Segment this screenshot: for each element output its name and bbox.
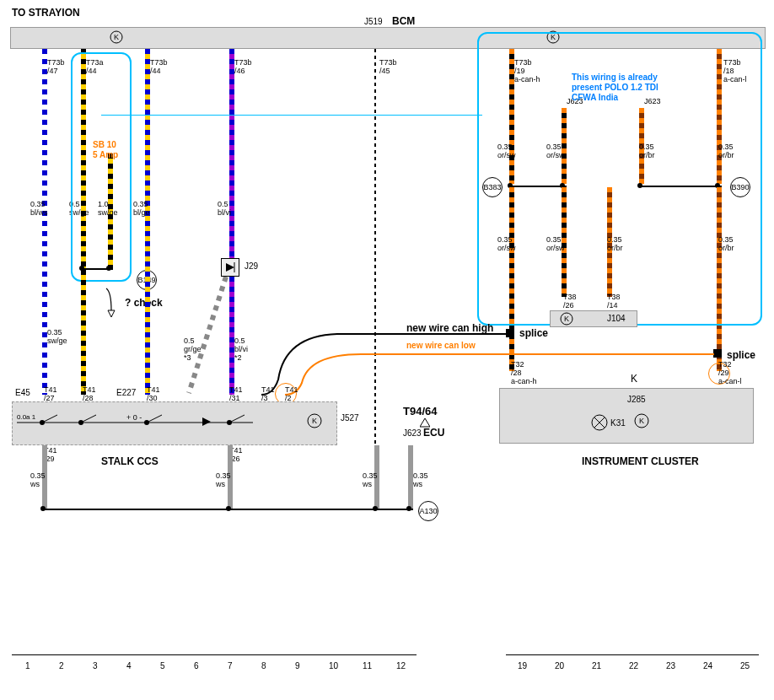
- pin-t32-29: T32/29a-can-l: [718, 361, 742, 386]
- wire-sw-ge-035: [81, 270, 86, 395]
- r6: 6: [194, 661, 199, 670]
- r10: 10: [329, 661, 338, 670]
- pin-t41-3: T41/3: [261, 386, 275, 403]
- wire-label-bl-vi: 0.5bl/vi: [218, 201, 231, 218]
- wire-label-bl-ge: 0.35bl/ge: [133, 201, 150, 218]
- r23: 23: [666, 661, 675, 670]
- r25: 25: [740, 661, 750, 670]
- wire-bl-vi-2: [229, 277, 234, 395]
- wl-ws-2: 0.35ws: [216, 472, 231, 489]
- wire-bl-ge: [145, 49, 150, 395]
- r1: 1: [25, 661, 30, 670]
- ecu-code: J623: [403, 428, 422, 438]
- r9: 9: [295, 661, 300, 670]
- svg-text:K: K: [564, 315, 569, 323]
- r3: 3: [93, 661, 98, 670]
- pin-t73b-45: T73b/45: [379, 59, 397, 76]
- j527: J527: [341, 413, 359, 423]
- r4: 4: [126, 661, 132, 670]
- svg-text:K: K: [114, 33, 119, 41]
- a130: A130: [418, 501, 438, 521]
- wire-bl-vi: [229, 49, 234, 258]
- wl-ws-4: 0.35ws: [413, 472, 428, 489]
- e227: E227: [116, 388, 136, 397]
- lamp-k31-icon: [590, 413, 609, 432]
- pin-t41-31: T41/31: [229, 386, 243, 403]
- e45: E45: [15, 388, 30, 397]
- svg-line-27: [229, 415, 245, 423]
- r24: 24: [703, 661, 712, 670]
- r8: 8: [261, 661, 266, 670]
- k-symbol-j104: K: [560, 312, 573, 326]
- check-note: ? check: [125, 297, 163, 309]
- r20: 20: [555, 661, 564, 670]
- wl-ws-1: 0.35ws: [30, 472, 46, 489]
- r7: 7: [228, 661, 233, 670]
- pin-t73b-47: T73b/47: [47, 59, 65, 76]
- wire-label-sw-ge-035: 0.35sw/ge: [47, 329, 67, 346]
- wl-ws-3: 0.35ws: [363, 472, 378, 489]
- k-symbol-cluster: K: [634, 413, 649, 428]
- svg-line-19: [42, 415, 57, 423]
- k-symbol-1: K: [110, 30, 123, 44]
- svg-text:K: K: [312, 417, 317, 425]
- k31: K31: [610, 418, 626, 428]
- pin-t38-14: T38/14: [607, 293, 621, 310]
- to-strayion: TO STRAYION: [12, 7, 80, 19]
- pin-t38-26: T38/26: [563, 293, 577, 310]
- stalk-switches: + 0 -: [17, 412, 253, 433]
- instrument-cluster: [499, 388, 754, 444]
- svg-marker-5: [226, 263, 234, 272]
- splice-label-1: splice: [519, 327, 548, 339]
- svg-marker-4: [108, 310, 115, 317]
- r21: 21: [592, 661, 601, 670]
- wire-label-bl-vi-2: 0.5bl/vi*2: [234, 337, 248, 363]
- ruler-line-left: [12, 654, 417, 655]
- svg-text:K: K: [639, 417, 644, 425]
- wire-label-bl-ws: 0.35bl/ws: [30, 201, 48, 218]
- cyan-hint-line: [101, 115, 482, 116]
- pin-t41-2: T41/2: [285, 386, 298, 403]
- k-symbol-stalk: K: [307, 413, 322, 428]
- arrow-check-icon: [99, 287, 125, 320]
- bcm-code: J519: [364, 17, 383, 26]
- highlight-already-present: [477, 32, 762, 326]
- svg-line-7: [189, 277, 226, 393]
- k-big: K: [631, 373, 637, 385]
- cluster-label: INSTRUMENT CLUSTER: [582, 455, 699, 467]
- wire-label-gr-ge: 0.5gr/ge*3: [184, 337, 202, 363]
- r22: 22: [629, 661, 638, 670]
- j285: J285: [627, 395, 646, 404]
- r12: 12: [396, 661, 406, 670]
- ruler-line-right: [506, 654, 759, 655]
- svg-line-24: [147, 415, 162, 423]
- r2: 2: [59, 661, 64, 670]
- pin-t32-28: T32/28a-can-h: [511, 361, 537, 386]
- j29-label: J29: [245, 261, 258, 271]
- pin-t41-28: T41/28: [83, 386, 96, 403]
- pin-t41-30: T41/30: [147, 386, 160, 403]
- stalk-label: STALK CCS: [101, 455, 159, 467]
- svg-marker-25: [202, 417, 211, 426]
- highlight-fuse: [71, 52, 132, 282]
- r11: 11: [363, 661, 372, 670]
- pin-t73b-44: T73b/44: [150, 59, 168, 76]
- pin-t73b-46: T73b/46: [234, 59, 252, 76]
- diode-j29: [221, 258, 239, 277]
- j104-label: J104: [607, 314, 626, 323]
- r5: 5: [160, 661, 165, 670]
- svg-line-21: [81, 415, 96, 423]
- splice-label-2: splice: [727, 349, 755, 361]
- hidden-wire-45: [374, 49, 376, 509]
- r19: 19: [518, 661, 527, 670]
- stalk-00a: 0.0a 1: [17, 413, 35, 421]
- pin-t41-27: T41/27: [44, 386, 57, 403]
- ecu-pin: T94/64: [403, 405, 437, 417]
- svg-marker-28: [420, 418, 430, 427]
- svg-text:+  0  -: + 0 -: [126, 413, 142, 422]
- bcm-label: BCM: [392, 15, 415, 27]
- ecu-name: ECU: [423, 427, 444, 439]
